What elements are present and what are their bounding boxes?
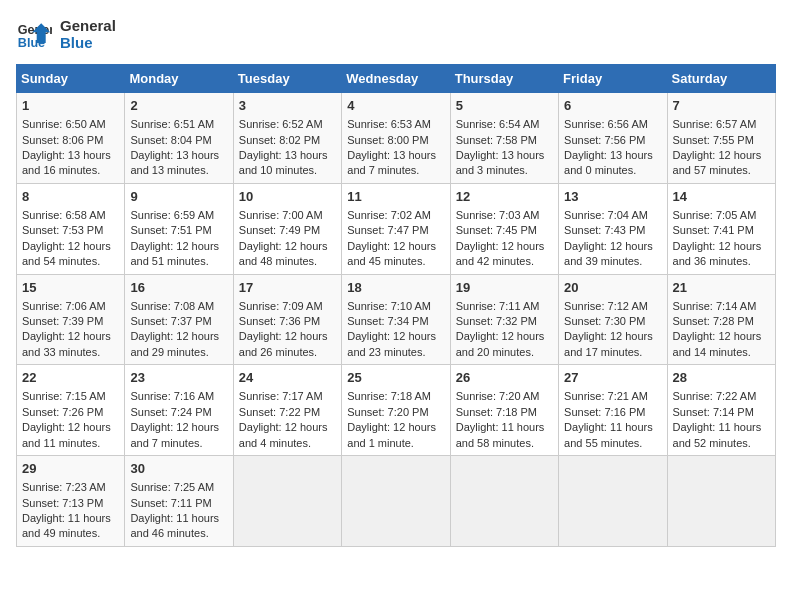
calendar-cell: 14Sunrise: 7:05 AMSunset: 7:41 PMDayligh… xyxy=(667,183,775,274)
sunrise-text: Sunrise: 7:14 AM xyxy=(673,300,757,312)
daylight-text: Daylight: 12 hours and 36 minutes. xyxy=(673,240,762,267)
sunset-text: Sunset: 7:47 PM xyxy=(347,224,428,236)
day-number: 10 xyxy=(239,188,336,206)
day-number: 3 xyxy=(239,97,336,115)
weekday-header-monday: Monday xyxy=(125,65,233,93)
daylight-text: Daylight: 12 hours and 1 minute. xyxy=(347,421,436,448)
sunset-text: Sunset: 7:20 PM xyxy=(347,406,428,418)
calendar-cell: 23Sunrise: 7:16 AMSunset: 7:24 PMDayligh… xyxy=(125,365,233,456)
logo: General Blue General Blue xyxy=(16,16,116,52)
calendar-week-row: 1Sunrise: 6:50 AMSunset: 8:06 PMDaylight… xyxy=(17,93,776,184)
sunset-text: Sunset: 7:43 PM xyxy=(564,224,645,236)
calendar-cell: 7Sunrise: 6:57 AMSunset: 7:55 PMDaylight… xyxy=(667,93,775,184)
sunrise-text: Sunrise: 7:06 AM xyxy=(22,300,106,312)
sunset-text: Sunset: 7:13 PM xyxy=(22,497,103,509)
calendar-cell: 22Sunrise: 7:15 AMSunset: 7:26 PMDayligh… xyxy=(17,365,125,456)
day-number: 18 xyxy=(347,279,444,297)
sunrise-text: Sunrise: 7:21 AM xyxy=(564,390,648,402)
calendar-cell: 27Sunrise: 7:21 AMSunset: 7:16 PMDayligh… xyxy=(559,365,667,456)
calendar-cell: 8Sunrise: 6:58 AMSunset: 7:53 PMDaylight… xyxy=(17,183,125,274)
sunrise-text: Sunrise: 6:52 AM xyxy=(239,118,323,130)
day-number: 21 xyxy=(673,279,770,297)
daylight-text: Daylight: 12 hours and 17 minutes. xyxy=(564,330,653,357)
sunrise-text: Sunrise: 6:50 AM xyxy=(22,118,106,130)
daylight-text: Daylight: 13 hours and 7 minutes. xyxy=(347,149,436,176)
sunset-text: Sunset: 7:41 PM xyxy=(673,224,754,236)
sunset-text: Sunset: 8:06 PM xyxy=(22,134,103,146)
sunrise-text: Sunrise: 7:11 AM xyxy=(456,300,540,312)
calendar-cell: 26Sunrise: 7:20 AMSunset: 7:18 PMDayligh… xyxy=(450,365,558,456)
daylight-text: Daylight: 11 hours and 58 minutes. xyxy=(456,421,545,448)
daylight-text: Daylight: 12 hours and 51 minutes. xyxy=(130,240,219,267)
weekday-header-wednesday: Wednesday xyxy=(342,65,450,93)
daylight-text: Daylight: 11 hours and 49 minutes. xyxy=(22,512,111,539)
calendar-cell: 21Sunrise: 7:14 AMSunset: 7:28 PMDayligh… xyxy=(667,274,775,365)
sunrise-text: Sunrise: 6:59 AM xyxy=(130,209,214,221)
sunset-text: Sunset: 7:30 PM xyxy=(564,315,645,327)
daylight-text: Daylight: 12 hours and 7 minutes. xyxy=(130,421,219,448)
sunrise-text: Sunrise: 7:03 AM xyxy=(456,209,540,221)
calendar-cell: 10Sunrise: 7:00 AMSunset: 7:49 PMDayligh… xyxy=(233,183,341,274)
daylight-text: Daylight: 12 hours and 14 minutes. xyxy=(673,330,762,357)
day-number: 14 xyxy=(673,188,770,206)
calendar-cell: 11Sunrise: 7:02 AMSunset: 7:47 PMDayligh… xyxy=(342,183,450,274)
calendar-cell: 4Sunrise: 6:53 AMSunset: 8:00 PMDaylight… xyxy=(342,93,450,184)
calendar-week-row: 8Sunrise: 6:58 AMSunset: 7:53 PMDaylight… xyxy=(17,183,776,274)
daylight-text: Daylight: 12 hours and 26 minutes. xyxy=(239,330,328,357)
sunset-text: Sunset: 7:14 PM xyxy=(673,406,754,418)
sunset-text: Sunset: 7:49 PM xyxy=(239,224,320,236)
day-number: 1 xyxy=(22,97,119,115)
daylight-text: Daylight: 12 hours and 4 minutes. xyxy=(239,421,328,448)
day-number: 11 xyxy=(347,188,444,206)
calendar-cell xyxy=(667,456,775,547)
sunset-text: Sunset: 7:37 PM xyxy=(130,315,211,327)
sunrise-text: Sunrise: 6:54 AM xyxy=(456,118,540,130)
calendar-table: SundayMondayTuesdayWednesdayThursdayFrid… xyxy=(16,64,776,547)
sunrise-text: Sunrise: 7:16 AM xyxy=(130,390,214,402)
sunset-text: Sunset: 7:18 PM xyxy=(456,406,537,418)
calendar-cell: 2Sunrise: 6:51 AMSunset: 8:04 PMDaylight… xyxy=(125,93,233,184)
weekday-header-saturday: Saturday xyxy=(667,65,775,93)
daylight-text: Daylight: 12 hours and 54 minutes. xyxy=(22,240,111,267)
calendar-cell: 9Sunrise: 6:59 AMSunset: 7:51 PMDaylight… xyxy=(125,183,233,274)
sunrise-text: Sunrise: 7:08 AM xyxy=(130,300,214,312)
sunrise-text: Sunrise: 7:18 AM xyxy=(347,390,431,402)
sunrise-text: Sunrise: 7:12 AM xyxy=(564,300,648,312)
daylight-text: Daylight: 12 hours and 48 minutes. xyxy=(239,240,328,267)
daylight-text: Daylight: 13 hours and 0 minutes. xyxy=(564,149,653,176)
day-number: 20 xyxy=(564,279,661,297)
daylight-text: Daylight: 13 hours and 10 minutes. xyxy=(239,149,328,176)
sunrise-text: Sunrise: 7:15 AM xyxy=(22,390,106,402)
calendar-cell: 17Sunrise: 7:09 AMSunset: 7:36 PMDayligh… xyxy=(233,274,341,365)
daylight-text: Daylight: 12 hours and 57 minutes. xyxy=(673,149,762,176)
weekday-header-row: SundayMondayTuesdayWednesdayThursdayFrid… xyxy=(17,65,776,93)
calendar-cell: 20Sunrise: 7:12 AMSunset: 7:30 PMDayligh… xyxy=(559,274,667,365)
weekday-header-tuesday: Tuesday xyxy=(233,65,341,93)
logo-text-line1: General xyxy=(60,17,116,34)
calendar-cell: 28Sunrise: 7:22 AMSunset: 7:14 PMDayligh… xyxy=(667,365,775,456)
daylight-text: Daylight: 12 hours and 42 minutes. xyxy=(456,240,545,267)
daylight-text: Daylight: 13 hours and 13 minutes. xyxy=(130,149,219,176)
daylight-text: Daylight: 11 hours and 52 minutes. xyxy=(673,421,762,448)
daylight-text: Daylight: 12 hours and 20 minutes. xyxy=(456,330,545,357)
logo-text-line2: Blue xyxy=(60,34,116,51)
sunset-text: Sunset: 7:45 PM xyxy=(456,224,537,236)
day-number: 29 xyxy=(22,460,119,478)
day-number: 6 xyxy=(564,97,661,115)
daylight-text: Daylight: 12 hours and 33 minutes. xyxy=(22,330,111,357)
calendar-cell: 15Sunrise: 7:06 AMSunset: 7:39 PMDayligh… xyxy=(17,274,125,365)
day-number: 25 xyxy=(347,369,444,387)
sunrise-text: Sunrise: 7:10 AM xyxy=(347,300,431,312)
weekday-header-friday: Friday xyxy=(559,65,667,93)
sunset-text: Sunset: 7:24 PM xyxy=(130,406,211,418)
sunset-text: Sunset: 8:02 PM xyxy=(239,134,320,146)
calendar-week-row: 22Sunrise: 7:15 AMSunset: 7:26 PMDayligh… xyxy=(17,365,776,456)
weekday-header-thursday: Thursday xyxy=(450,65,558,93)
calendar-cell: 19Sunrise: 7:11 AMSunset: 7:32 PMDayligh… xyxy=(450,274,558,365)
day-number: 7 xyxy=(673,97,770,115)
sunrise-text: Sunrise: 7:22 AM xyxy=(673,390,757,402)
day-number: 27 xyxy=(564,369,661,387)
daylight-text: Daylight: 12 hours and 11 minutes. xyxy=(22,421,111,448)
sunset-text: Sunset: 7:55 PM xyxy=(673,134,754,146)
day-number: 22 xyxy=(22,369,119,387)
